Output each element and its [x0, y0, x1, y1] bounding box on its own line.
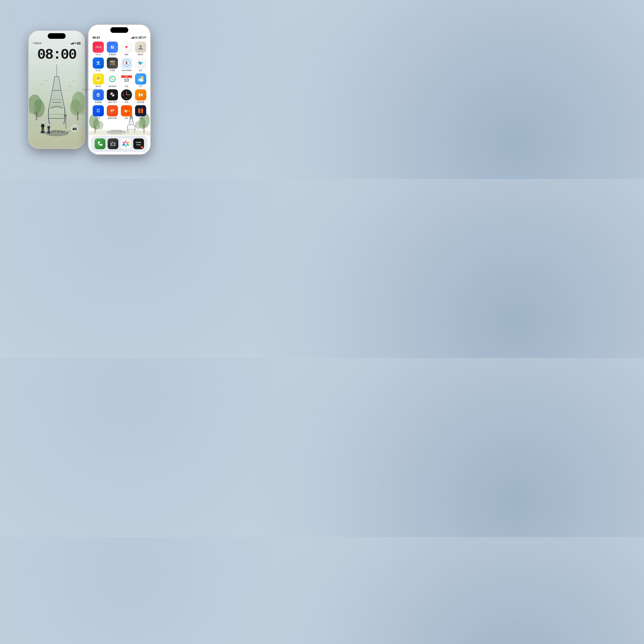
notes-icon[interactable] [93, 73, 104, 85]
svg-rect-100 [112, 142, 113, 143]
lock-signal: 5G 4G [71, 42, 81, 45]
svg-point-73 [111, 110, 113, 112]
app-taobao[interactable]: 淘 618 淘宝 [120, 105, 133, 120]
dock-phone-icon[interactable] [95, 138, 105, 149]
app-weather[interactable]: 天气 [134, 73, 147, 88]
calculator-icon[interactable] [107, 57, 118, 69]
calendar-icon[interactable]: 周六 10 [121, 73, 132, 85]
app-weibo[interactable]: 微博轻享版 [106, 105, 119, 120]
cainiao-icon[interactable]: 🐦 [135, 57, 146, 69]
network-type: 5G [74, 42, 77, 44]
svg-point-27 [57, 131, 59, 132]
app-baidu-pan[interactable]: 百度网盘 [92, 89, 105, 104]
svg-point-99 [113, 144, 113, 145]
calculator-svg [109, 60, 116, 66]
clock-label: 时钟 [125, 101, 128, 104]
subscribe-icon[interactable] [107, 73, 118, 85]
phone-svg [97, 141, 103, 147]
svg-point-87 [135, 121, 141, 129]
app-youku[interactable]: 优酷 [134, 105, 147, 120]
svg-point-30 [51, 131, 52, 132]
svg-rect-38 [113, 63, 115, 64]
svg-point-86 [97, 121, 103, 130]
svg-point-92 [113, 130, 115, 131]
apple-store-icon[interactable] [107, 89, 118, 100]
svg-point-60 [112, 94, 113, 95]
svg-rect-51 [97, 79, 99, 79]
app-apple-store[interactable]: Apple Store [106, 89, 119, 104]
health-label: 健康 [125, 53, 128, 56]
contacts-label: 通讯录 [138, 53, 143, 56]
gaokao-icon[interactable]: 高考 加油 [93, 105, 104, 116]
home-network: 5G [135, 36, 138, 39]
dock-photos-icon[interactable] [120, 138, 131, 149]
svg-text:618: 618 [126, 110, 130, 112]
dock: NOMO RAW 2 [91, 136, 147, 152]
subscribe-label: 订阅号助手 [108, 85, 117, 88]
app-calculator[interactable]: 计算器 [106, 57, 119, 72]
alipay-icon[interactable]: 支 [93, 57, 104, 69]
weather-icon[interactable] [135, 73, 146, 85]
svg-point-28 [60, 130, 61, 131]
app-cainiao[interactable]: 🐦 菜鸟 [134, 57, 147, 72]
network-badge: 4G [77, 42, 81, 45]
svg-rect-79 [141, 108, 143, 113]
baidu-pan-label: 百度网盘 [95, 101, 102, 104]
youku-icon[interactable] [135, 105, 146, 116]
gaokao-label: 夸克 [96, 117, 100, 120]
app-health[interactable]: ♥ 健康 [120, 42, 133, 56]
nomo-badge: 2 [141, 146, 143, 148]
dock-nomo-icon[interactable]: NOMO RAW 2 [133, 138, 144, 149]
health-icon[interactable]: ♥ [121, 42, 132, 53]
dock-camera-icon[interactable] [108, 138, 118, 149]
taobao-icon[interactable]: 淘 618 [121, 105, 132, 116]
clock-face-svg [122, 90, 131, 100]
safari-svg [123, 59, 130, 67]
svg-point-13 [64, 114, 67, 117]
baidu-post-icon[interactable]: 贴 [107, 42, 118, 53]
xiaohongshu-icon[interactable]: 小红书 [93, 42, 104, 53]
weibo-icon[interactable] [107, 105, 118, 116]
app-calendar[interactable]: 周六 10 日历 [120, 73, 133, 88]
apple-store-svg [109, 92, 116, 98]
weather-svg [137, 75, 144, 83]
svg-rect-23 [47, 128, 50, 128]
battery-fill [139, 37, 142, 38]
svg-point-94 [118, 130, 119, 131]
app-baidu-post[interactable]: 贴 百度贴吧 [106, 42, 119, 56]
app-contacts[interactable]: 通讯录 [134, 42, 147, 56]
safari-label: Safari浏览器 [121, 69, 131, 72]
svg-point-29 [62, 131, 63, 133]
app-alipay[interactable]: 支 支付宝 [92, 57, 105, 72]
svg-point-31 [64, 131, 65, 132]
app-grid: 小红书 小红书 贴 百度贴吧 ♥ [89, 41, 150, 120]
app-huya[interactable]: 虎牙直播 [134, 89, 147, 104]
app-subscribe[interactable]: 订阅号助手 [106, 73, 119, 88]
carrier-label: 中国电信 [33, 42, 42, 45]
app-xiaohongshu[interactable]: 小红书 小红书 [92, 42, 105, 56]
taobao-svg: 淘 618 [123, 107, 130, 114]
signal-bar-3 [72, 43, 73, 44]
contacts-icon[interactable] [135, 42, 146, 53]
baidu-pan-svg [95, 91, 102, 98]
app-safari[interactable]: Safari浏览器 [120, 57, 133, 72]
svg-point-93 [116, 130, 117, 131]
status-right: 5G 37 [131, 36, 146, 39]
safari-icon[interactable] [121, 57, 132, 69]
svg-rect-18 [41, 126, 45, 127]
huya-icon[interactable] [135, 89, 146, 100]
svg-rect-36 [110, 63, 111, 64]
app-gaokao[interactable]: 高考 加油 夸克 [92, 105, 105, 120]
svg-point-33 [69, 131, 70, 132]
taobao-label: 淘宝 [125, 117, 128, 120]
signal-bars [71, 42, 74, 44]
svg-rect-12 [66, 116, 66, 128]
contacts-svg [137, 44, 144, 50]
lock-camera-button[interactable]: 📷 [71, 124, 79, 132]
svg-point-72 [113, 109, 114, 111]
home-time: 08:07 [92, 36, 100, 39]
app-notes[interactable]: 备忘录 [92, 73, 105, 88]
clock-icon[interactable] [121, 89, 132, 100]
svg-rect-41 [113, 64, 115, 65]
app-clock[interactable]: 时钟 [120, 89, 133, 104]
